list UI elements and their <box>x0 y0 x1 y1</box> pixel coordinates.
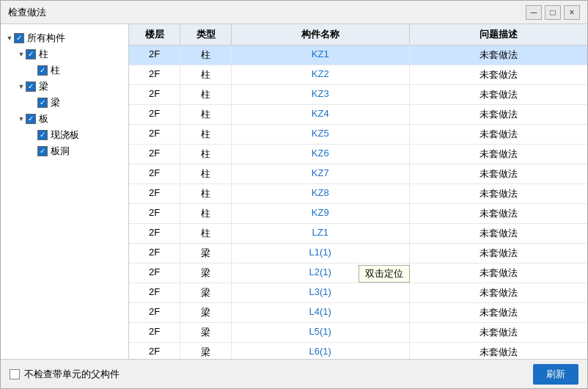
table-row[interactable]: 2F梁L4(1)未套做法 <box>129 303 587 323</box>
table-row[interactable]: 2F柱KZ4未套做法 <box>129 105 587 125</box>
cell-issue: 未套做法 <box>410 303 588 322</box>
table-row-wrapper-12: 2F梁L3(1)未套做法 <box>129 283 587 303</box>
table-row-wrapper-4: 2F柱KZ5未套做法 <box>129 125 587 145</box>
double-click-tooltip: 双击定位 <box>359 265 410 283</box>
cell-floor: 2F <box>129 303 180 322</box>
cell-name[interactable]: KZ8 <box>232 184 410 203</box>
table-row[interactable]: 2F柱KZ5未套做法 <box>129 125 587 145</box>
table-row-wrapper-10: 2F梁L1(1)未套做法 <box>129 244 587 263</box>
table-row[interactable]: 2F柱KZ9未套做法 <box>129 204 587 224</box>
tree-checkbox-col-child[interactable] <box>37 65 48 76</box>
cell-name[interactable]: LZ1 <box>232 224 410 243</box>
table-row-wrapper-15: 2F梁L6(1)未套做法 <box>129 343 587 359</box>
cell-issue: 未套做法 <box>410 283 588 302</box>
cell-issue: 未套做法 <box>410 263 588 283</box>
maximize-button[interactable]: □ <box>545 5 561 20</box>
tree-checkbox-slab[interactable] <box>26 114 36 124</box>
bottom-checkbox-area[interactable]: 不检查带单元的父构件 <box>10 368 120 381</box>
cell-name[interactable]: KZ3 <box>232 85 410 104</box>
cell-name[interactable]: L3(1) <box>232 283 410 302</box>
tree-label-beam: 梁 <box>39 80 48 93</box>
tree-item-all[interactable]: ▼所有构件 <box>5 30 124 46</box>
cell-floor: 2F <box>129 343 180 359</box>
table-header: 楼层类型构件名称问题描述 <box>129 24 587 46</box>
title-bar: 检查做法 ─ □ × <box>1 1 587 24</box>
table-row-wrapper-8: 2F柱KZ9未套做法 <box>129 204 587 224</box>
table-row-wrapper-11: 2F梁L2(1)未套做法双击定位 <box>129 263 587 283</box>
table-row[interactable]: 2F梁L6(1)未套做法 <box>129 343 587 359</box>
tree-arrow-icon[interactable]: ▼ <box>17 114 26 123</box>
tree-arrow-icon[interactable]: ▼ <box>5 34 14 43</box>
table-body[interactable]: 2F柱KZ1未套做法2F柱KZ2未套做法2F柱KZ3未套做法2F柱KZ4未套做法… <box>129 46 587 359</box>
cell-name[interactable]: KZ6 <box>232 145 410 164</box>
close-button[interactable]: × <box>564 5 580 20</box>
table-row[interactable]: 2F柱KZ7未套做法 <box>129 164 587 184</box>
tree-panel: ▼所有构件▼柱柱▼梁梁▼板现浇板板洞 <box>1 24 129 359</box>
table-row[interactable]: 2F柱KZ2未套做法 <box>129 65 587 85</box>
tree-label-beam-child: 梁 <box>51 96 60 109</box>
tree-label-cast-slab: 现浇板 <box>51 128 79 142</box>
table-row-wrapper-5: 2F柱KZ6未套做法 <box>129 145 587 164</box>
tree-checkbox-col[interactable] <box>26 49 36 59</box>
cell-type: 梁 <box>180 343 232 359</box>
cell-name[interactable]: KZ2 <box>232 65 410 84</box>
cell-name[interactable]: L5(1) <box>232 323 410 342</box>
tree-item-col[interactable]: ▼柱 <box>5 46 124 62</box>
cell-type: 梁 <box>180 263 232 283</box>
cell-name[interactable]: KZ5 <box>232 125 410 144</box>
tree-item-cast-slab[interactable]: 现浇板 <box>5 127 124 143</box>
dialog-title: 检查做法 <box>8 6 46 19</box>
tree-item-slab-rib[interactable]: 板洞 <box>5 143 124 159</box>
cell-type: 柱 <box>180 125 232 144</box>
cell-type: 柱 <box>180 204 232 223</box>
table-row-wrapper-1: 2F柱KZ2未套做法 <box>129 65 587 85</box>
cell-type: 柱 <box>180 145 232 164</box>
table-row[interactable]: 2F梁L5(1)未套做法 <box>129 323 587 343</box>
cell-name[interactable]: KZ9 <box>232 204 410 223</box>
minimize-button[interactable]: ─ <box>526 5 542 20</box>
tree-item-col-child[interactable]: 柱 <box>5 62 124 79</box>
cell-floor: 2F <box>129 164 180 183</box>
table-row[interactable]: 2F柱KZ3未套做法 <box>129 85 587 105</box>
tree-checkbox-cast-slab[interactable] <box>37 130 48 140</box>
cell-type: 柱 <box>180 46 232 65</box>
refresh-button[interactable]: 刷新 <box>533 364 578 385</box>
table-row[interactable]: 2F梁L1(1)未套做法 <box>129 244 587 263</box>
tree-item-slab[interactable]: ▼板 <box>5 111 124 127</box>
parent-check-checkbox[interactable] <box>10 369 20 379</box>
cell-name[interactable]: L4(1) <box>232 303 410 322</box>
tree-checkbox-beam-child[interactable] <box>37 98 48 108</box>
tree-checkbox-all[interactable] <box>14 33 24 43</box>
cell-issue: 未套做法 <box>410 65 588 84</box>
tree-checkbox-beam[interactable] <box>26 81 36 92</box>
cell-name[interactable]: L1(1) <box>232 244 410 263</box>
table-row-wrapper-6: 2F柱KZ7未套做法 <box>129 164 587 184</box>
cell-issue: 未套做法 <box>410 224 588 243</box>
cell-type: 柱 <box>180 85 232 104</box>
tree-arrow-icon[interactable]: ▼ <box>17 82 26 91</box>
table-row-wrapper-7: 2F柱KZ8未套做法 <box>129 184 587 204</box>
tree-checkbox-slab-rib[interactable] <box>37 146 48 156</box>
bottom-bar: 不检查带单元的父构件 刷新 <box>1 359 587 388</box>
cell-floor: 2F <box>129 65 180 84</box>
table-row[interactable]: 2F梁L3(1)未套做法 <box>129 283 587 303</box>
table-row[interactable]: 2F柱KZ1未套做法 <box>129 46 587 65</box>
cell-floor: 2F <box>129 204 180 223</box>
tree-item-beam-child[interactable]: 梁 <box>5 95 124 111</box>
table-row[interactable]: 2F柱KZ6未套做法 <box>129 145 587 164</box>
tree-item-beam[interactable]: ▼梁 <box>5 79 124 95</box>
tree-label-col-child: 柱 <box>51 64 60 77</box>
table-header-1: 类型 <box>180 24 232 45</box>
cell-floor: 2F <box>129 145 180 164</box>
cell-name[interactable]: KZ1 <box>232 46 410 65</box>
table-row-wrapper-2: 2F柱KZ3未套做法 <box>129 85 587 105</box>
title-controls: ─ □ × <box>526 5 580 20</box>
tree-arrow-icon[interactable]: ▼ <box>17 50 26 59</box>
table-row[interactable]: 2F柱KZ8未套做法 <box>129 184 587 204</box>
cell-floor: 2F <box>129 85 180 104</box>
table-row[interactable]: 2F柱LZ1未套做法 <box>129 224 587 244</box>
cell-name[interactable]: KZ7 <box>232 164 410 183</box>
cell-name[interactable]: L6(1) <box>232 343 410 359</box>
cell-name[interactable]: KZ4 <box>232 105 410 124</box>
table-header-2: 构件名称 <box>232 24 410 45</box>
